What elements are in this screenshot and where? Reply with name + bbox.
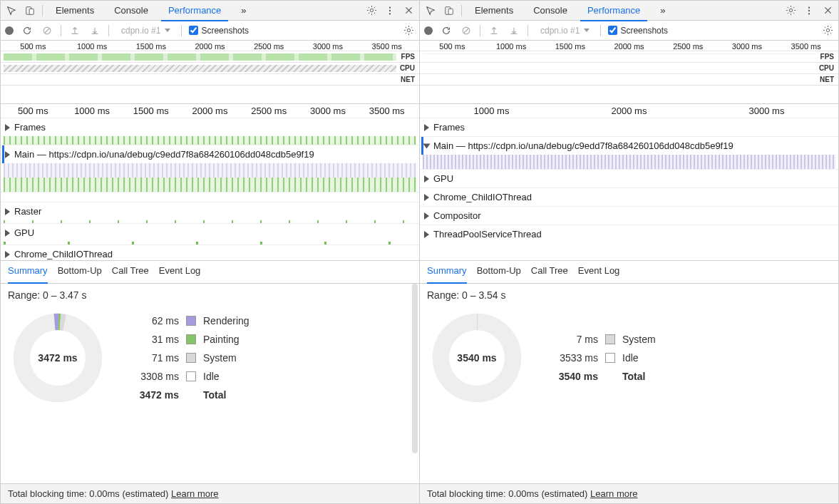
net-lane: NET: [420, 73, 838, 85]
record-button[interactable]: [5, 26, 14, 35]
track-frames[interactable]: Frames: [420, 118, 838, 136]
tab-bottom-up[interactable]: Bottom-Up: [477, 265, 521, 279]
overview-ruler: 500 ms1000 ms1500 ms2000 ms2500 ms3000 m…: [1, 41, 419, 51]
clear-icon[interactable]: [460, 24, 473, 37]
fps-lane: FPS: [1, 51, 419, 62]
track-threadpool[interactable]: ThreadPoolServiceThread: [420, 225, 838, 243]
summary-tab-bar: Summary Bottom-Up Call Tree Event Log: [420, 261, 838, 284]
svg-point-14: [789, 9, 792, 11]
range-label: Range: 0 – 3.54 s: [427, 289, 831, 301]
overview-timeline[interactable]: 500 ms1000 ms1500 ms2000 ms2500 ms3000 m…: [1, 41, 419, 104]
track-gpu[interactable]: GPU: [420, 169, 838, 187]
svg-point-19: [826, 29, 829, 31]
tab-summary[interactable]: Summary: [427, 265, 467, 284]
tab-event-log[interactable]: Event Log: [159, 265, 201, 279]
learn-more-link[interactable]: Learn more: [590, 488, 637, 499]
tab-call-tree[interactable]: Call Tree: [112, 265, 149, 279]
screenshots-checkbox-input[interactable]: [608, 26, 617, 35]
close-icon[interactable]: [402, 4, 415, 17]
upload-icon[interactable]: [488, 24, 500, 37]
tab-overflow[interactable]: »: [234, 1, 253, 20]
legend-row: 62 msRendering: [129, 315, 249, 326]
tab-overflow[interactable]: »: [653, 1, 672, 20]
track-child-io[interactable]: Chrome_ChildIOThread: [420, 187, 838, 206]
tab-console[interactable]: Console: [107, 1, 155, 20]
devtools-panel-left: Elements Console Performance » cdpn.io #…: [0, 0, 419, 504]
download-icon[interactable]: [88, 24, 101, 37]
device-toggle-icon[interactable]: [24, 4, 36, 17]
screenshots-checkbox[interactable]: Screenshots: [189, 26, 249, 36]
flame-ruler: 1000 ms2000 ms3000 ms: [420, 104, 838, 118]
screenshots-label: Screenshots: [201, 26, 249, 36]
close-icon[interactable]: [821, 4, 834, 17]
gear-icon[interactable]: [784, 4, 797, 17]
svg-point-15: [808, 6, 810, 8]
devtools-panel-right: Elements Console Performance » cdpn.io #…: [419, 0, 839, 504]
kebab-icon[interactable]: [803, 4, 815, 17]
track-compositor[interactable]: Compositor: [420, 206, 838, 225]
net-lane: NET: [1, 73, 419, 85]
legend-row: 7 msSystem: [548, 334, 656, 345]
screenshots-checkbox[interactable]: Screenshots: [608, 26, 668, 36]
track-child-io[interactable]: Chrome_ChildIOThread: [1, 245, 419, 261]
download-icon[interactable]: [508, 24, 520, 37]
kebab-icon[interactable]: [384, 4, 396, 17]
origin-selector[interactable]: cdpn.io #1: [535, 24, 593, 38]
flame-chart[interactable]: 500 ms1000 ms1500 ms2000 ms2500 ms3000 m…: [1, 104, 419, 261]
learn-more-link[interactable]: Learn more: [171, 488, 218, 499]
tab-bottom-up[interactable]: Bottom-Up: [58, 265, 102, 279]
tab-console[interactable]: Console: [526, 1, 575, 20]
summary-body: Range: 0 – 3.54 s 3540 ms 7 msSystem 353…: [420, 284, 838, 483]
flame-chart[interactable]: 1000 ms2000 ms3000 ms Frames Main — http…: [420, 104, 838, 261]
svg-rect-13: [448, 9, 453, 14]
main-data-row1: [4, 163, 416, 178]
screenshots-checkbox-input[interactable]: [189, 26, 198, 35]
capture-settings-gear-icon[interactable]: [821, 24, 834, 37]
device-toggle-icon[interactable]: [443, 4, 455, 17]
tab-summary[interactable]: Summary: [8, 265, 48, 284]
donut-center-value: 3472 ms: [38, 352, 77, 364]
inspect-icon[interactable]: [5, 4, 18, 17]
summary-legend: 62 msRendering 31 msPainting 71 msSystem…: [129, 315, 249, 401]
reload-icon[interactable]: [440, 24, 453, 37]
cpu-lane: CPU: [1, 62, 419, 73]
track-main[interactable]: Main — https://cdpn.io/una/debug/c9edd7f…: [1, 145, 419, 163]
inspect-icon[interactable]: [424, 4, 437, 17]
track-raster[interactable]: Raster: [1, 202, 419, 220]
tab-call-tree[interactable]: Call Tree: [531, 265, 568, 279]
legend-row: 31 msPainting: [129, 334, 249, 345]
tab-elements[interactable]: Elements: [468, 1, 520, 20]
screenshots-label: Screenshots: [620, 26, 668, 36]
reload-icon[interactable]: [21, 24, 34, 37]
overview-timeline[interactable]: 500 ms1000 ms1500 ms2000 ms2500 ms3000 m…: [420, 41, 838, 104]
track-main[interactable]: Main — https://cdpn.io/una/debug/c9edd7f…: [420, 136, 838, 155]
tab-elements[interactable]: Elements: [48, 1, 101, 20]
track-frames[interactable]: Frames: [1, 118, 419, 136]
tab-performance[interactable]: Performance: [580, 1, 647, 21]
frames-data: [4, 136, 416, 145]
scrollbar[interactable]: [412, 284, 418, 453]
summary-body: Range: 0 – 3.47 s 3472 ms 62 msRendering…: [1, 284, 419, 483]
svg-point-4: [389, 9, 391, 11]
upload-icon[interactable]: [68, 24, 81, 37]
summary-donut-chart: 3472 ms: [8, 308, 108, 408]
tbt-text: Total blocking time: 0.00ms (estimated): [8, 488, 168, 499]
performance-toolbar: cdpn.io #1 Screenshots: [1, 21, 419, 41]
svg-point-16: [808, 9, 810, 11]
overview-ruler: 500 ms1000 ms1500 ms2000 ms2500 ms3000 m…: [420, 41, 838, 51]
origin-selector[interactable]: cdpn.io #1: [116, 24, 174, 38]
vertical-separator: [61, 25, 61, 36]
summary-donut-chart: 3540 ms: [427, 308, 527, 408]
tbt-text: Total blocking time: 0.00ms (estimated): [427, 488, 587, 499]
footer-bar: Total blocking time: 0.00ms (estimated) …: [1, 483, 419, 503]
footer-bar: Total blocking time: 0.00ms (estimated) …: [420, 483, 838, 503]
vertical-separator: [181, 25, 182, 36]
track-gpu[interactable]: GPU: [1, 223, 419, 242]
legend-row-total: 3472 msTotal: [129, 389, 249, 401]
tab-performance[interactable]: Performance: [161, 1, 228, 21]
capture-settings-gear-icon[interactable]: [402, 24, 415, 37]
gear-icon[interactable]: [365, 4, 378, 17]
tab-event-log[interactable]: Event Log: [578, 265, 620, 279]
record-button[interactable]: [424, 26, 433, 35]
clear-icon[interactable]: [41, 24, 53, 37]
